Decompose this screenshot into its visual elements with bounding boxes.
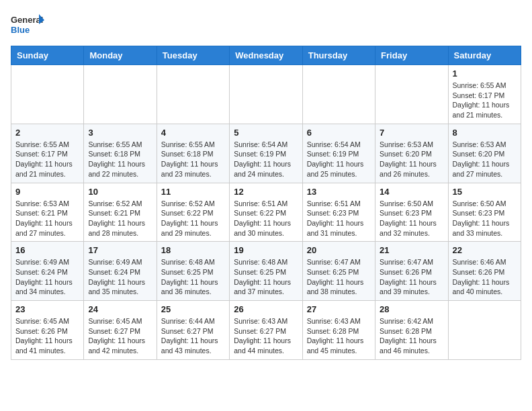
calendar-cell xyxy=(302,65,375,124)
day-number: 9 xyxy=(15,187,79,197)
calendar-cell: 7Sunrise: 6:53 AM Sunset: 6:20 PM Daylig… xyxy=(375,124,448,183)
day-info: Sunrise: 6:48 AM Sunset: 6:25 PM Dayligh… xyxy=(234,257,298,297)
day-info: Sunrise: 6:49 AM Sunset: 6:24 PM Dayligh… xyxy=(88,257,152,297)
day-number: 7 xyxy=(380,128,443,138)
calendar-cell: 19Sunrise: 6:48 AM Sunset: 6:25 PM Dayli… xyxy=(230,242,302,301)
day-number: 5 xyxy=(234,128,298,138)
calendar-cell: 26Sunrise: 6:43 AM Sunset: 6:27 PM Dayli… xyxy=(230,301,302,360)
day-info: Sunrise: 6:51 AM Sunset: 6:22 PM Dayligh… xyxy=(234,199,298,238)
weekday-header-thursday: Thursday xyxy=(302,46,375,65)
calendar-week-row: 23Sunrise: 6:45 AM Sunset: 6:26 PM Dayli… xyxy=(11,301,521,360)
day-info: Sunrise: 6:54 AM Sunset: 6:19 PM Dayligh… xyxy=(234,140,298,179)
day-number: 8 xyxy=(453,128,517,138)
calendar-cell: 15Sunrise: 6:50 AM Sunset: 6:23 PM Dayli… xyxy=(448,183,521,242)
calendar-cell: 5Sunrise: 6:54 AM Sunset: 6:19 PM Daylig… xyxy=(230,124,302,183)
calendar-week-row: 2Sunrise: 6:55 AM Sunset: 6:17 PM Daylig… xyxy=(11,124,521,183)
calendar-cell: 6Sunrise: 6:54 AM Sunset: 6:19 PM Daylig… xyxy=(302,124,375,183)
day-info: Sunrise: 6:55 AM Sunset: 6:18 PM Dayligh… xyxy=(161,140,225,179)
calendar-cell: 23Sunrise: 6:45 AM Sunset: 6:26 PM Dayli… xyxy=(11,301,84,360)
logo-svg: GeneralBlue xyxy=(11,11,44,38)
calendar-cell: 24Sunrise: 6:45 AM Sunset: 6:27 PM Dayli… xyxy=(84,301,157,360)
day-number: 14 xyxy=(380,187,443,197)
day-number: 3 xyxy=(88,128,152,138)
day-number: 4 xyxy=(161,128,225,138)
day-number: 19 xyxy=(234,245,298,255)
day-info: Sunrise: 6:50 AM Sunset: 6:23 PM Dayligh… xyxy=(453,199,517,238)
calendar-cell: 10Sunrise: 6:52 AM Sunset: 6:21 PM Dayli… xyxy=(84,183,157,242)
day-info: Sunrise: 6:55 AM Sunset: 6:17 PM Dayligh… xyxy=(15,140,79,179)
day-info: Sunrise: 6:53 AM Sunset: 6:20 PM Dayligh… xyxy=(380,140,443,179)
calendar-cell: 18Sunrise: 6:48 AM Sunset: 6:25 PM Dayli… xyxy=(157,242,229,301)
calendar-cell: 13Sunrise: 6:51 AM Sunset: 6:23 PM Dayli… xyxy=(302,183,375,242)
svg-text:General: General xyxy=(11,15,43,25)
day-number: 22 xyxy=(453,245,517,255)
day-info: Sunrise: 6:49 AM Sunset: 6:24 PM Dayligh… xyxy=(15,257,79,297)
calendar-week-row: 16Sunrise: 6:49 AM Sunset: 6:24 PM Dayli… xyxy=(11,242,521,301)
calendar-cell xyxy=(230,65,302,124)
day-number: 16 xyxy=(15,245,79,255)
calendar-cell: 28Sunrise: 6:42 AM Sunset: 6:28 PM Dayli… xyxy=(375,301,448,360)
calendar-cell: 12Sunrise: 6:51 AM Sunset: 6:22 PM Dayli… xyxy=(230,183,302,242)
logo: GeneralBlue xyxy=(11,11,44,38)
day-number: 25 xyxy=(161,304,225,314)
calendar-cell: 1Sunrise: 6:55 AM Sunset: 6:17 PM Daylig… xyxy=(448,65,521,124)
day-info: Sunrise: 6:51 AM Sunset: 6:23 PM Dayligh… xyxy=(307,199,371,238)
calendar-cell: 8Sunrise: 6:53 AM Sunset: 6:20 PM Daylig… xyxy=(448,124,521,183)
calendar-cell: 3Sunrise: 6:55 AM Sunset: 6:18 PM Daylig… xyxy=(84,124,157,183)
weekday-header-tuesday: Tuesday xyxy=(157,46,229,65)
day-info: Sunrise: 6:54 AM Sunset: 6:19 PM Dayligh… xyxy=(307,140,371,179)
day-number: 27 xyxy=(307,304,371,314)
day-info: Sunrise: 6:45 AM Sunset: 6:27 PM Dayligh… xyxy=(88,316,152,356)
day-info: Sunrise: 6:45 AM Sunset: 6:26 PM Dayligh… xyxy=(15,316,79,356)
calendar-cell xyxy=(375,65,448,124)
calendar-cell: 2Sunrise: 6:55 AM Sunset: 6:17 PM Daylig… xyxy=(11,124,84,183)
day-info: Sunrise: 6:43 AM Sunset: 6:28 PM Dayligh… xyxy=(307,316,371,356)
day-info: Sunrise: 6:50 AM Sunset: 6:23 PM Dayligh… xyxy=(380,199,443,238)
calendar-cell: 17Sunrise: 6:49 AM Sunset: 6:24 PM Dayli… xyxy=(84,242,157,301)
svg-text:Blue: Blue xyxy=(11,25,30,35)
weekday-header-friday: Friday xyxy=(375,46,448,65)
day-number: 21 xyxy=(380,245,443,255)
weekday-header-saturday: Saturday xyxy=(448,46,521,65)
day-info: Sunrise: 6:47 AM Sunset: 6:26 PM Dayligh… xyxy=(380,257,443,297)
day-info: Sunrise: 6:44 AM Sunset: 6:27 PM Dayligh… xyxy=(161,316,225,356)
day-number: 10 xyxy=(88,187,152,197)
calendar-cell: 20Sunrise: 6:47 AM Sunset: 6:25 PM Dayli… xyxy=(302,242,375,301)
day-number: 18 xyxy=(161,245,225,255)
day-number: 6 xyxy=(307,128,371,138)
calendar-cell: 9Sunrise: 6:53 AM Sunset: 6:21 PM Daylig… xyxy=(11,183,84,242)
calendar-cell: 14Sunrise: 6:50 AM Sunset: 6:23 PM Dayli… xyxy=(375,183,448,242)
day-number: 23 xyxy=(15,304,79,314)
day-number: 2 xyxy=(15,128,79,138)
calendar-cell xyxy=(84,65,157,124)
day-number: 20 xyxy=(307,245,371,255)
header: GeneralBlue xyxy=(11,11,521,38)
day-info: Sunrise: 6:42 AM Sunset: 6:28 PM Dayligh… xyxy=(380,316,443,356)
weekday-header-sunday: Sunday xyxy=(11,46,84,65)
calendar-cell xyxy=(11,65,84,124)
calendar-week-row: 9Sunrise: 6:53 AM Sunset: 6:21 PM Daylig… xyxy=(11,183,521,242)
day-number: 11 xyxy=(161,187,225,197)
day-number: 1 xyxy=(453,68,517,79)
day-info: Sunrise: 6:55 AM Sunset: 6:17 PM Dayligh… xyxy=(453,81,517,120)
day-info: Sunrise: 6:53 AM Sunset: 6:20 PM Dayligh… xyxy=(453,140,517,179)
calendar-cell xyxy=(157,65,229,124)
weekday-header-row: SundayMondayTuesdayWednesdayThursdayFrid… xyxy=(11,46,521,65)
day-info: Sunrise: 6:52 AM Sunset: 6:21 PM Dayligh… xyxy=(88,199,152,238)
day-number: 12 xyxy=(234,187,298,197)
calendar-cell: 25Sunrise: 6:44 AM Sunset: 6:27 PM Dayli… xyxy=(157,301,229,360)
day-info: Sunrise: 6:53 AM Sunset: 6:21 PM Dayligh… xyxy=(15,199,79,238)
day-info: Sunrise: 6:48 AM Sunset: 6:25 PM Dayligh… xyxy=(161,257,225,297)
weekday-header-monday: Monday xyxy=(84,46,157,65)
calendar-cell: 11Sunrise: 6:52 AM Sunset: 6:22 PM Dayli… xyxy=(157,183,229,242)
day-number: 13 xyxy=(307,187,371,197)
day-number: 17 xyxy=(88,245,152,255)
day-info: Sunrise: 6:43 AM Sunset: 6:27 PM Dayligh… xyxy=(234,316,298,356)
calendar-cell xyxy=(448,301,521,360)
day-info: Sunrise: 6:55 AM Sunset: 6:18 PM Dayligh… xyxy=(88,140,152,179)
calendar-cell: 16Sunrise: 6:49 AM Sunset: 6:24 PM Dayli… xyxy=(11,242,84,301)
day-number: 28 xyxy=(380,304,443,314)
calendar-table: SundayMondayTuesdayWednesdayThursdayFrid… xyxy=(11,46,521,360)
day-number: 26 xyxy=(234,304,298,314)
weekday-header-wednesday: Wednesday xyxy=(230,46,302,65)
